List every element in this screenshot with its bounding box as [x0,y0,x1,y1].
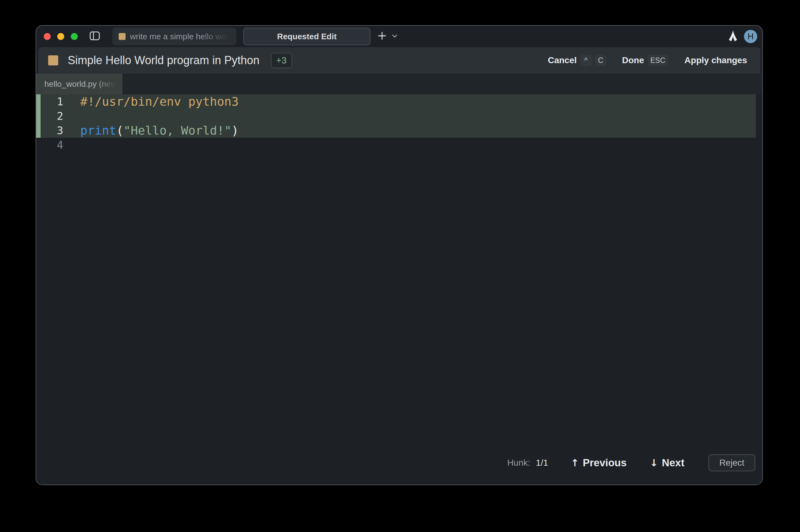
code-shebang: #!/usr/bin/env python3 [80,95,239,109]
code-paren: ) [231,124,239,137]
window-controls [44,33,78,40]
previous-hunk-button[interactable]: ↑ Previous [571,457,626,469]
chevron-down-icon [392,34,398,39]
reject-label: Reject [720,458,744,468]
next-label: Next [662,457,685,469]
thread-icon [48,55,58,65]
up-arrow-icon: ↑ [571,457,579,469]
hunk-value: 1/1 [536,458,548,468]
titlebar: write me a simple hello world p Requeste… [36,26,762,47]
close-button[interactable] [44,33,51,40]
file-tab-label: hello_world.py (new [44,79,117,89]
diff-count-badge[interactable]: +3 [271,53,292,68]
line-number: 4 [36,138,63,152]
page-title: Simple Hello World program in Python [68,54,260,67]
added-gutter-bar [36,94,41,138]
conversation-tab[interactable]: write me a simple hello world p [112,28,236,45]
desktop-background: write me a simple hello world p Requeste… [0,0,800,532]
sidebar-toggle-icon [90,32,100,41]
minimize-button[interactable] [57,33,64,40]
previous-label: Previous [583,457,626,469]
requested-edit-tab[interactable]: Requested Edit [243,28,370,45]
hunk-navigation-bar: Hunk: 1/1 ↑ Previous ↓ Next Reject [36,437,762,484]
file-tab[interactable]: hello_world.py (new [36,74,123,94]
code-string: "Hello, World!" [123,124,231,137]
done-button[interactable]: Done ESC [622,55,668,66]
ctrl-keycap: ^ [580,55,592,66]
c-keycap: C [595,55,606,66]
tab-list-dropdown[interactable] [392,34,398,39]
reject-button[interactable]: Reject [708,454,755,471]
apply-changes-label: Apply changes [685,55,747,65]
code-editor[interactable]: 1 #!/usr/bin/env python3 2 3 print("Hell… [36,94,762,437]
done-label: Done [622,55,644,65]
code-paren: ( [116,124,123,137]
conversation-tab-label: write me a simple hello world p [130,32,230,41]
plus-icon [377,31,387,42]
cancel-label: Cancel [548,55,577,65]
zoom-button[interactable] [71,33,78,40]
sidebar-toggle-button[interactable] [90,32,100,41]
new-tab-button[interactable] [377,31,387,42]
amp-logo [729,30,737,43]
apply-changes-button[interactable]: Apply changes [685,55,747,65]
app-window: write me a simple hello world p Requeste… [36,25,763,485]
esc-keycap: ESC [648,55,668,66]
thread-icon [119,33,126,40]
code-function: print [80,124,116,137]
avatar-initial: H [747,32,754,41]
requested-edit-tab-label: Requested Edit [277,32,337,41]
file-tab-bar: hello_world.py (new [36,74,762,94]
hunk-label: Hunk: [507,458,530,468]
code-line-added: 2 [36,109,756,123]
code-line: 4 [36,138,756,152]
code-line-added: 3 print("Hello, World!") [36,123,756,138]
cancel-button[interactable]: Cancel ^ C [548,55,606,66]
hunk-counter: Hunk: 1/1 [507,458,548,468]
avatar[interactable]: H [744,30,757,43]
code-line-added: 1 #!/usr/bin/env python3 [36,94,756,109]
next-hunk-button[interactable]: ↓ Next [650,457,685,469]
app-menu-button[interactable] [729,30,737,43]
edit-header: Simple Hello World program in Python +3 … [38,47,760,74]
down-arrow-icon: ↓ [650,457,658,469]
